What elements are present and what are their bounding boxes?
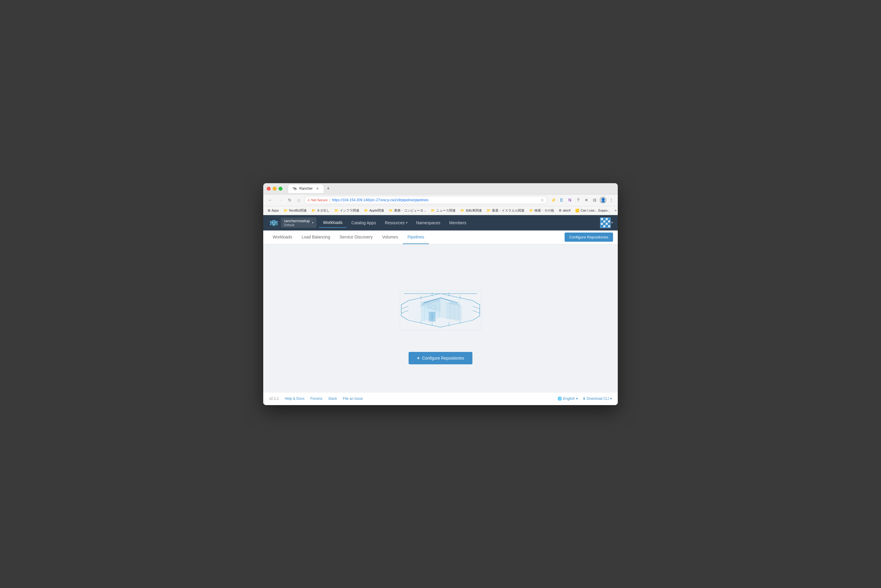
tab-pipelines[interactable]: Pipelines [403, 231, 429, 244]
bookmark-bike[interactable]: 📁 自転車関連 [458, 208, 484, 213]
cluster-dropdown-arrow[interactable]: ▾ [611, 221, 613, 225]
browser-window: 🐄 Rancher ✕ + ← → ↻ ⌂ ⚠ Not Secure | htt… [263, 183, 618, 405]
forums-link[interactable]: Forums [310, 396, 322, 400]
bookmark-label: ネタ出し [317, 208, 330, 213]
help-icon[interactable]: ? [575, 196, 582, 204]
cluster-node-icon[interactable] [600, 218, 611, 228]
slack-link[interactable]: Slack [328, 396, 337, 400]
project-name: ranchermeetup [284, 219, 310, 223]
node-cell [608, 218, 610, 220]
close-button[interactable] [267, 187, 271, 190]
nav-resources-label: Resources [385, 220, 405, 225]
warning-icon: ⚠ [307, 198, 310, 202]
bookmark-canuse[interactable]: 🟨 Can I use... Suppo... [573, 208, 612, 213]
reload-button[interactable]: ↻ [286, 196, 294, 204]
active-tab[interactable]: 🐄 Rancher ✕ [288, 184, 324, 193]
top-nav: ranchermeetup Default ▾ Workloads Catalo… [263, 215, 618, 231]
bookmark-label: NextBiz関連 [289, 208, 307, 213]
user-avatar[interactable]: 👤 [599, 196, 607, 204]
node-cell [606, 218, 608, 220]
menu-icon[interactable]: ⋮ [608, 196, 615, 204]
sidebar-icon[interactable]: ⊟ [591, 196, 598, 204]
maximize-button[interactable] [279, 187, 282, 190]
bookmark-label: 幕屋・イスラエル関連 [492, 208, 524, 213]
node-cell [608, 223, 610, 225]
bookmark-label: 業務・コンピュータ... [394, 208, 426, 213]
title-bar: 🐄 Rancher ✕ + [263, 183, 618, 194]
configure-repositories-button[interactable]: Configure Repositories [565, 232, 613, 242]
bookmark-makuya[interactable]: 📁 幕屋・イスラエル関連 [484, 208, 526, 213]
bookmark-label: Apps [271, 208, 279, 212]
folder-icon: 📁 [284, 208, 288, 213]
bookmark-neta[interactable]: 📁 ネタ出し [309, 208, 332, 213]
empty-state: + Configure Repositories [387, 272, 494, 364]
bookmark-akictf[interactable]: ⚙ akictf [557, 208, 572, 213]
tab-bar: 🐄 Rancher ✕ + [288, 184, 333, 193]
nav-namespaces-label: Namespaces [416, 220, 440, 225]
download-cli-button[interactable]: ⬇ Download CLI ▾ [583, 396, 612, 400]
nav-namespaces[interactable]: Namespaces [412, 218, 445, 228]
tab-service-discovery[interactable]: Service Discovery [335, 231, 377, 244]
edge-icon[interactable]: E [558, 196, 565, 204]
url-bar[interactable]: ⚠ Not Secure | https://104.154.209.148/p… [304, 196, 547, 204]
main-content: + Configure Repositories [263, 244, 618, 392]
rancher-tab-icon: 🐄 [292, 186, 297, 191]
folder-icon: 📁 [334, 208, 339, 213]
svg-marker-34 [446, 303, 461, 320]
bookmark-label: インフラ関連 [340, 208, 359, 213]
forward-button[interactable]: → [276, 196, 284, 204]
bookmark-label: Can I use... Suppo... [581, 208, 610, 212]
configure-repositories-center-button[interactable]: + Configure Repositories [409, 352, 472, 364]
traffic-lights [267, 187, 282, 190]
bookmark-label: Apple関連 [369, 208, 384, 213]
svg-line-8 [401, 310, 408, 313]
file-issue-link[interactable]: File an Issue [343, 396, 363, 400]
tab-volumes[interactable]: Volumes [377, 231, 403, 244]
nav-resources[interactable]: Resources ▾ [381, 218, 412, 228]
nav-links: Workloads Catalog Apps Resources ▾ Names… [319, 218, 470, 228]
plus-icon: + [417, 356, 420, 361]
download-cli-label: Download CLI [587, 396, 609, 400]
canuse-icon: 🟨 [575, 208, 579, 213]
footer-left: v2.1.1 Help & Docs Forums Slack File an … [269, 396, 363, 400]
nav-right: ▾ [600, 218, 613, 228]
configure-center-btn-label: Configure Repositories [422, 356, 464, 360]
globe-icon: 🌐 [557, 396, 562, 400]
tab-workloads[interactable]: Workloads [268, 231, 297, 244]
nav-workloads[interactable]: Workloads [319, 218, 346, 228]
new-tab-button[interactable]: + [324, 184, 333, 193]
close-browser-icon[interactable]: ✕ [583, 196, 590, 204]
minimize-button[interactable] [273, 187, 277, 190]
tab-load-balancing[interactable]: Load Balancing [297, 231, 335, 244]
bookmark-label: 自転車関連 [466, 208, 482, 213]
bookmark-apps[interactable]: ⊞ Apps [265, 208, 281, 213]
language-label: English [563, 396, 575, 400]
onenote-icon[interactable]: N [566, 196, 574, 204]
bookmark-news[interactable]: 📁 ニュース関連 [429, 208, 458, 213]
version-label: v2.1.1 [269, 396, 279, 400]
bookmark-infra[interactable]: 📁 インフラ関連 [333, 208, 361, 213]
bookmark-label: ニュース関連 [436, 208, 455, 213]
bookmark-more[interactable]: » [613, 208, 618, 213]
bookmark-business[interactable]: 📁 業務・コンピュータ... [387, 208, 428, 213]
nav-catalog-apps[interactable]: Catalog Apps [347, 218, 380, 228]
apps-icon: ⊞ [268, 208, 270, 213]
back-button[interactable]: ← [266, 196, 274, 204]
svg-line-7 [401, 306, 408, 309]
bookmark-nextbiz[interactable]: 📁 NextBiz関連 [282, 208, 309, 213]
footer-right: 🌐 English ▾ ⬇ Download CLI ▾ [557, 396, 612, 400]
language-selector[interactable]: 🌐 English ▾ [557, 396, 578, 400]
svg-point-2 [271, 221, 276, 226]
tab-close-button[interactable]: ✕ [315, 186, 320, 191]
project-selector[interactable]: ranchermeetup Default ▾ [281, 218, 316, 228]
extensions-icon[interactable]: ⚡ [550, 196, 557, 204]
node-cell [603, 223, 605, 225]
help-docs-link[interactable]: Help & Docs [285, 396, 304, 400]
nav-members[interactable]: Members [445, 218, 470, 228]
bookmark-apple[interactable]: 📁 Apple関連 [362, 208, 386, 213]
url-separator: | [330, 198, 330, 202]
home-button[interactable]: ⌂ [296, 196, 302, 204]
bookmark-search[interactable]: 📁 検索・その他 [527, 208, 556, 213]
node-cell [603, 218, 605, 220]
star-icon[interactable]: ☆ [540, 198, 544, 202]
